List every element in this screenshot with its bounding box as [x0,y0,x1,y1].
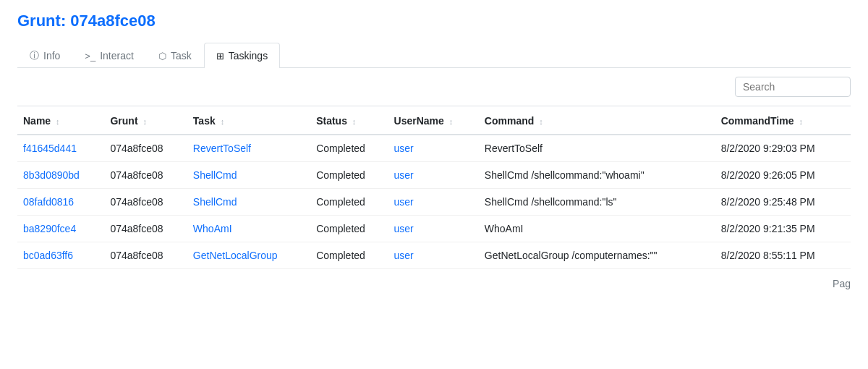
cell-username[interactable]: user [388,162,479,189]
cell-username[interactable]: user [388,216,479,242]
pagination-area: Pag [17,269,851,298]
table-row: 8b3d0890bd074a8fce08ShellCmdCompleteduse… [17,162,851,189]
cell-name[interactable]: ba8290fce4 [17,216,104,242]
cell-name[interactable]: f41645d441 [17,135,104,162]
sort-commandtime-icon: ↕ [799,117,803,126]
table-row: bc0ad63ff6074a8fce08GetNetLocalGroupComp… [17,242,851,269]
sort-name-icon: ↕ [56,117,60,126]
search-input[interactable] [735,77,851,97]
pagination-label: Pag [833,278,851,289]
cell-task[interactable]: WhoAmI [187,216,310,242]
cell-task[interactable]: ShellCmd [187,162,310,189]
cell-command: ShellCmd /shellcommand:"ls" [479,189,715,216]
tab-info[interactable]: ⓘ Info [17,43,72,68]
cell-username[interactable]: user [388,135,479,162]
sort-command-icon: ↕ [539,117,543,126]
cell-commandtime: 8/2/2020 9:21:35 PM [715,216,851,242]
cell-grunt: 074a8fce08 [104,242,187,269]
cell-grunt: 074a8fce08 [104,135,187,162]
cell-command: GetNetLocalGroup /computernames:"" [479,242,715,269]
tab-task-label: Task [171,50,192,62]
cell-username[interactable]: user [388,242,479,269]
cell-commandtime: 8/2/2020 8:55:11 PM [715,242,851,269]
cell-command: ShellCmd /shellcommand:"whoami" [479,162,715,189]
col-task[interactable]: Task ↕ [187,106,310,135]
cell-task[interactable]: ShellCmd [187,189,310,216]
tab-info-label: Info [43,50,60,62]
cell-username[interactable]: user [388,189,479,216]
table-container: Name ↕ Grunt ↕ Task ↕ Status ↕ [17,106,851,269]
info-icon: ⓘ [30,49,39,62]
cell-command: RevertToSelf [479,135,715,162]
task-icon: ⬡ [158,51,166,62]
table-row: ba8290fce4074a8fce08WhoAmICompleteduserW… [17,216,851,242]
cell-status: Completed [310,189,388,216]
col-command[interactable]: Command ↕ [479,106,715,135]
page-container: Grunt: 074a8fce08 ⓘ Info >_ Interact ⬡ T… [0,0,868,310]
taskings-icon: ⊞ [216,51,224,62]
taskings-table: Name ↕ Grunt ↕ Task ↕ Status ↕ [17,106,851,269]
table-header-row: Name ↕ Grunt ↕ Task ↕ Status ↕ [17,106,851,135]
page-title: Grunt: 074a8fce08 [17,12,851,30]
table-row: f41645d441074a8fce08RevertToSelfComplete… [17,135,851,162]
cell-task[interactable]: RevertToSelf [187,135,310,162]
tab-interact-label: Interact [100,50,134,62]
col-commandtime[interactable]: CommandTime ↕ [715,106,851,135]
interact-icon: >_ [85,51,95,62]
sort-grunt-icon: ↕ [142,117,147,126]
col-name[interactable]: Name ↕ [17,106,104,135]
cell-commandtime: 8/2/2020 9:25:48 PM [715,189,851,216]
cell-command: WhoAmI [479,216,715,242]
cell-grunt: 074a8fce08 [104,189,187,216]
title-prefix: Grunt: [17,12,70,30]
table-row: 08fafd0816074a8fce08ShellCmdCompleteduse… [17,189,851,216]
tab-taskings-label: Taskings [229,50,268,62]
cell-status: Completed [310,162,388,189]
sort-task-icon: ↕ [221,117,225,126]
cell-commandtime: 8/2/2020 9:26:05 PM [715,162,851,189]
sort-username-icon: ↕ [449,117,454,126]
cell-name[interactable]: bc0ad63ff6 [17,242,104,269]
cell-status: Completed [310,242,388,269]
cell-name[interactable]: 08fafd0816 [17,189,104,216]
col-grunt[interactable]: Grunt ↕ [104,106,187,135]
tab-interact[interactable]: >_ Interact [72,43,146,68]
cell-task[interactable]: GetNetLocalGroup [187,242,310,269]
cell-grunt: 074a8fce08 [104,162,187,189]
cell-commandtime: 8/2/2020 9:29:03 PM [715,135,851,162]
col-status[interactable]: Status ↕ [310,106,388,135]
col-username[interactable]: UserName ↕ [388,106,479,135]
cell-status: Completed [310,135,388,162]
search-bar [17,68,851,106]
tab-task[interactable]: ⬡ Task [146,43,204,68]
cell-name[interactable]: 8b3d0890bd [17,162,104,189]
grunt-id: 074a8fce08 [70,12,155,30]
cell-status: Completed [310,216,388,242]
cell-grunt: 074a8fce08 [104,216,187,242]
tab-taskings[interactable]: ⊞ Taskings [204,43,280,68]
sort-status-icon: ↕ [352,117,357,126]
tabs-bar: ⓘ Info >_ Interact ⬡ Task ⊞ Taskings [17,42,851,68]
